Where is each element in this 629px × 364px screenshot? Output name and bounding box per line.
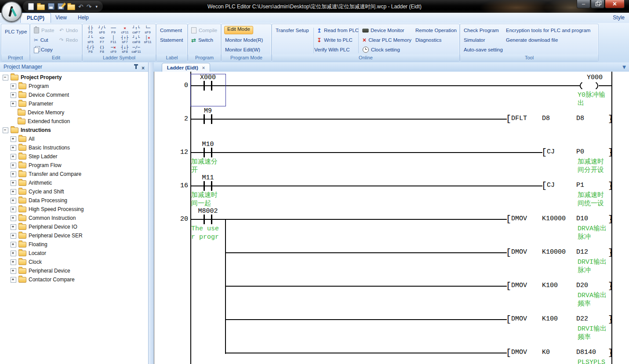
expand-expander[interactable] [11,136,16,142]
tree-item-cycle-and-shift[interactable]: Cycle and Shift [0,187,148,196]
contact-symbol[interactable] [204,215,205,224]
instruction-arg[interactable]: D8140 [576,349,596,357]
tree-item-project-property[interactable]: Project Property [0,73,148,82]
write-to-plc-button[interactable]: ↧Write to PLC [317,36,353,44]
tab-view[interactable]: View [49,13,73,22]
tree-item-program-flow[interactable]: Program Flow [0,161,148,170]
instruction-op[interactable]: DMOV [511,349,527,357]
check-program-button[interactable]: Check Program [464,26,499,34]
transfer-setup-button[interactable]: Transfer Setup [276,26,309,34]
tree-item-locator[interactable]: Locator [0,249,148,258]
comment-button[interactable]: Comment [160,26,182,34]
ladder-symbol-F5[interactable]: ┤├F5 [85,25,96,35]
instruction-arg[interactable]: D12 [576,248,588,256]
ladder-symbol-F6[interactable]: ┤/├F6 [85,45,96,55]
ladder-symbol-F7[interactable]: <>F7 [96,35,108,45]
encryption-tools-button[interactable]: Encryption tools for PLC and program [506,26,590,34]
instruction-op[interactable]: DMOV [511,215,527,223]
tree-item-parameter[interactable]: Parameter [0,99,148,108]
ladder-symbol-F8[interactable]: {}F8 [96,45,108,55]
expand-expander[interactable] [11,198,16,204]
tree-item-transfer-and-compare[interactable]: Transfer and Compare [0,170,148,178]
tree-item-contactor-compare[interactable]: Contactor Compare [0,275,148,284]
collapse-expander[interactable] [3,75,8,80]
cut-button[interactable]: ✂Cut [34,36,48,44]
instruction-arg[interactable]: K10000 [542,215,566,223]
tree-item-instructions[interactable]: Instructions [0,126,148,135]
tab-plc[interactable]: PLC(P) [20,13,51,23]
undo-button[interactable]: ↶Undo [59,26,78,34]
expand-expander[interactable] [11,224,16,230]
contact-symbol[interactable] [211,181,212,191]
expand-expander[interactable] [11,189,16,195]
instruction-op[interactable]: DMOV [511,315,527,323]
redo-button[interactable]: ↷Redo [59,36,78,44]
instruction-arg[interactable]: K100 [542,282,558,290]
device-monitor-button[interactable]: Device Monitor [363,26,404,34]
expand-expander[interactable] [11,215,16,221]
instruction-op[interactable]: DMOV [511,282,527,290]
tree-item-device-memory[interactable]: Device Memory [0,108,148,117]
collapse-expander[interactable] [3,127,8,133]
ladder-symbol-caF8[interactable]: ┘↓└caF8 [131,35,142,45]
ladder-symbol-F11[interactable]: │F11 [108,35,119,45]
tree-item-clock[interactable]: Clock [0,258,148,266]
contact-symbol[interactable] [211,114,212,124]
expand-expander[interactable] [11,84,16,89]
expand-expander[interactable] [11,101,16,107]
contact-symbol[interactable] [211,148,212,157]
clear-plc-memory-button[interactable]: ×Clear PLC Memory [363,36,411,44]
restore-button[interactable] [591,0,604,8]
edit-mode-button[interactable]: Edit Mode [224,26,253,34]
auto-save-setting-button[interactable]: Auto-save setting [464,46,503,54]
ladder-symbol-sF5[interactable]: ┘└sF5 [85,35,96,45]
instruction-arg[interactable]: D8 [542,115,550,123]
expand-expander[interactable] [11,154,16,160]
open-file-icon[interactable] [37,4,45,10]
new-file-icon[interactable] [28,3,34,10]
tree-item-extended-function[interactable]: Extended function [0,117,148,126]
tab-help[interactable]: Help [72,13,95,22]
ladder-symbol-cF9[interactable]: ─×cF9 [108,45,119,55]
tree-item-peripheral-device[interactable]: Peripheral Device [0,266,148,275]
copy-button[interactable]: Copy [34,46,53,54]
compile-button[interactable]: Compile [191,26,217,34]
plc-type-button[interactable]: PLC Type [5,28,27,36]
pin-icon[interactable] [135,66,137,69]
instruction-op[interactable]: CJ [547,182,555,189]
tab-list-dropdown-icon[interactable]: ▼ [622,65,626,69]
tab-close-icon[interactable]: × [202,65,205,70]
simulator-button[interactable]: Simulator [464,36,485,44]
expand-expander[interactable] [11,259,16,265]
ladder-symbol-sF11[interactable]: │×sF11 [142,35,153,45]
tree-item-basic-instructions[interactable]: Basic Instructions [0,143,148,152]
undo-icon[interactable]: ↶ [78,4,84,10]
tree-item-common-instruction[interactable]: Common Instruction [0,214,148,222]
ladder-symbol-sF9[interactable]: └─sF9 [142,25,153,35]
contact-symbol[interactable] [204,148,205,157]
ladder-symbol-sF7[interactable]: ┤↑├sF7 [119,35,131,45]
open-project-icon[interactable] [67,4,75,10]
expand-expander[interactable] [11,171,16,177]
instruction-arg[interactable]: D8 [576,115,584,123]
instruction-op[interactable]: DMOV [511,248,527,256]
expand-expander[interactable] [11,268,16,274]
ladder-symbol-sF6[interactable]: ┘/└sF6 [96,25,108,35]
monitor-mode-button[interactable]: Monitor Mode(R) [225,36,263,44]
tree-item-high-speed-processing[interactable]: High Speed Processing [0,205,148,214]
expand-expander[interactable] [11,233,16,239]
contact-symbol[interactable] [204,181,205,191]
switch-button[interactable]: ⇄Switch [191,36,213,44]
tree-item-data-processing[interactable]: Data Processing [0,196,148,205]
monitor-edit-button[interactable]: Monitor Edit(W) [225,46,260,54]
instruction-arg[interactable]: P1 [576,182,584,189]
tab-ladder-eidt[interactable]: Ladder (Eidt) × [162,63,210,72]
contact-symbol[interactable] [211,215,212,224]
ladder-symbol-sF8[interactable]: ┤↓├sF8 [119,45,131,55]
expand-expander[interactable] [11,180,16,186]
generate-download-file-button[interactable]: Generate download file [506,36,558,44]
ladder-symbol-F9[interactable]: ──F9 [108,25,119,35]
tree-item-peripheral-device-io[interactable]: Peripheral Device IO [0,222,148,231]
tree-item-device-comment[interactable]: Device Comment [0,91,148,99]
instruction-arg[interactable]: D10 [576,215,588,223]
